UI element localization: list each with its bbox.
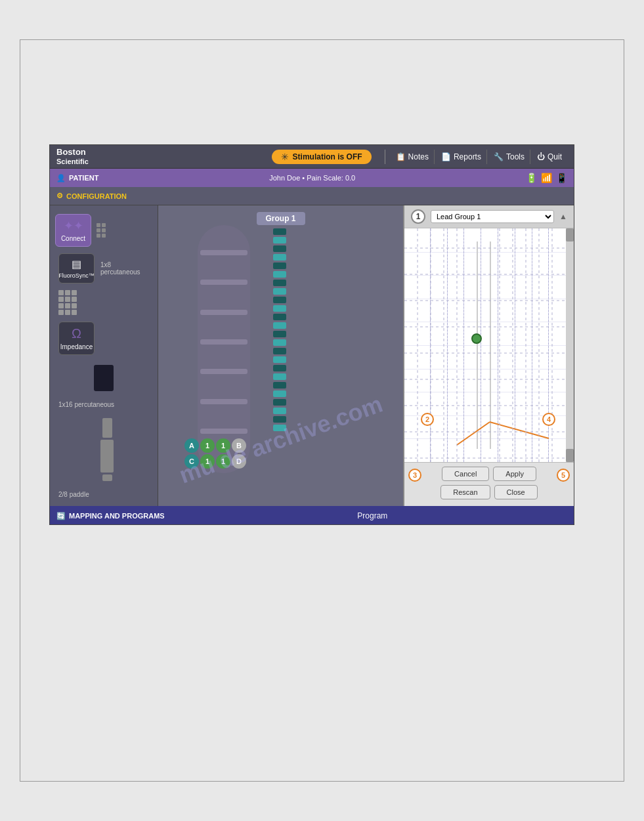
left-sidebar: ✦✦ Connect	[50, 205, 158, 506]
second-btn-row: Rescan Close	[408, 485, 570, 499]
wire-seg	[273, 228, 286, 235]
quit-menu-item[interactable]: ⏻ Quit	[532, 150, 567, 164]
scroll-up-icon[interactable]: ▲	[559, 212, 567, 221]
mapping-label: MAPPING AND PROGRAMS	[69, 512, 165, 520]
cancel-button[interactable]: Cancel	[442, 467, 489, 481]
impedance-section: Ω Impedance	[58, 322, 152, 355]
stimulation-text: Stimulation is OFF	[293, 152, 362, 161]
bottom-buttons: 3 Cancel Apply 5 Rescan Close	[404, 462, 574, 506]
page-border-bottom	[20, 781, 624, 782]
apply-button[interactable]: Apply	[493, 467, 536, 481]
power-icon: ⏻	[537, 152, 545, 161]
panel-scrollbar[interactable]	[566, 228, 574, 462]
group-label: Group 1	[256, 212, 305, 225]
tools-icon: 🔧	[494, 152, 504, 161]
wire-seg	[273, 425, 286, 431]
lead-dot	[97, 228, 100, 232]
notes-label: Notes	[408, 152, 429, 161]
lead-section-1: ▤ FluoroSync™ 1x8 percutaneous	[58, 253, 152, 284]
vertebra	[200, 310, 247, 315]
mapping-icon: 🔄	[56, 512, 66, 520]
position-number-5: 5	[557, 469, 570, 482]
dark-block	[94, 365, 114, 391]
wire-seg	[273, 245, 286, 252]
reports-menu-item[interactable]: 📄 Reports	[436, 150, 487, 164]
wire-seg	[273, 305, 286, 312]
close-button[interactable]: Close	[494, 485, 538, 499]
tools-menu-item[interactable]: 🔧 Tools	[488, 150, 530, 164]
lead-canvas: 2 4	[404, 228, 574, 462]
position-number-1: 1	[411, 209, 425, 224]
letter-1-button-2[interactable]: 1	[216, 438, 230, 453]
letter-b-button[interactable]: B	[232, 438, 246, 453]
wire-seg	[273, 373, 286, 380]
page-border-right	[624, 39, 624, 782]
flurosync-button[interactable]: ▤ FluoroSync™	[58, 253, 95, 284]
battery-icon: 🔋	[526, 173, 537, 183]
device-icons: 🔋 📶 📱	[526, 173, 567, 183]
reports-label: Reports	[454, 152, 481, 161]
tools-label: Tools	[506, 152, 525, 161]
stimulation-status[interactable]: ✳ Stimulation is OFF	[272, 150, 372, 164]
letter-1-button-4[interactable]: 1	[216, 454, 230, 469]
lead-dots-1	[97, 223, 106, 238]
connect-button[interactable]: ✦✦ Connect	[55, 214, 91, 247]
right-panel: 1 Lead Group 1 Lead Group 2 ▲	[403, 205, 574, 506]
lead-dot	[102, 223, 106, 227]
letter-a-button[interactable]: A	[184, 438, 199, 453]
letter-d-button[interactable]: D	[232, 454, 246, 469]
menu-bar: Boston Scientific ✳ Stimulation is OFF 📋…	[50, 145, 574, 169]
wire-seg	[273, 263, 286, 269]
bottom-bar: 🔄 MAPPING AND PROGRAMS Program	[50, 506, 574, 525]
scrollbar-thumb-top	[566, 228, 574, 242]
patient-info: John Doe • Pain Scale: 0.0	[112, 174, 513, 182]
wire-seg	[273, 348, 286, 354]
vertebra	[200, 339, 247, 345]
connect-icon: ✦✦	[64, 219, 83, 233]
letter-buttons: A 1 1 B C 1 1 D	[184, 438, 246, 470]
lead-diagram-svg	[404, 228, 574, 462]
letter-1-button-1[interactable]: 1	[200, 438, 215, 453]
svg-line-0	[457, 422, 490, 445]
letter-1-button-3[interactable]: 1	[200, 454, 215, 469]
program-label: Program	[178, 511, 567, 520]
patient-bar: 👤 PATIENT John Doe • Pain Scale: 0.0 🔋 📶…	[50, 169, 574, 187]
notes-icon: 📋	[396, 152, 406, 161]
logo-line1: Boston	[56, 147, 89, 158]
wire-seg	[273, 314, 286, 320]
wire-seg	[273, 365, 286, 371]
vertebra	[200, 369, 247, 374]
lead-dot	[97, 234, 100, 238]
wire-seg	[273, 416, 286, 423]
rescan-button[interactable]: Rescan	[440, 485, 490, 499]
letter-row-2: C 1 1 D	[184, 454, 246, 469]
lead-dot	[102, 228, 106, 232]
position-number-3: 3	[408, 469, 421, 482]
vertebra	[200, 429, 247, 434]
center-area: Group 1	[158, 205, 403, 506]
device-icon: 📱	[556, 173, 567, 183]
lead2-label: 1x16 percutaneous	[58, 401, 152, 408]
scrollbar-thumb-bottom	[566, 449, 574, 462]
lead3-label: 2/8 paddle	[58, 491, 152, 498]
wire-seg	[273, 288, 286, 295]
config-icon: ⚙	[56, 192, 63, 200]
wire-seg	[273, 399, 286, 406]
lead-group-header: 1 Lead Group 1 Lead Group 2 ▲	[404, 205, 574, 228]
impedance-button[interactable]: Ω Impedance	[58, 322, 95, 355]
notes-menu-item[interactable]: 📋 Notes	[391, 150, 435, 164]
impedance-label: Impedance	[60, 343, 93, 350]
mapping-programs-tab[interactable]: 🔄 MAPPING AND PROGRAMS	[56, 512, 165, 520]
wire-seg	[273, 331, 286, 337]
page-border-top	[20, 39, 624, 40]
lead-dot	[97, 223, 100, 227]
config-bar: ⚙ CONFIGURATION	[50, 187, 574, 205]
letter-c-button[interactable]: C	[184, 454, 199, 469]
vertebra	[200, 399, 247, 404]
menu-right: 📋 Notes 📄 Reports 🔧 Tools ⏻ Quit	[385, 150, 567, 164]
main-content: ✦✦ Connect	[50, 205, 574, 506]
wire-seg	[273, 356, 286, 363]
logo-line2: Scientific	[56, 158, 89, 166]
wire-seg	[273, 322, 286, 329]
lead-group-select[interactable]: Lead Group 1 Lead Group 2	[431, 210, 554, 223]
